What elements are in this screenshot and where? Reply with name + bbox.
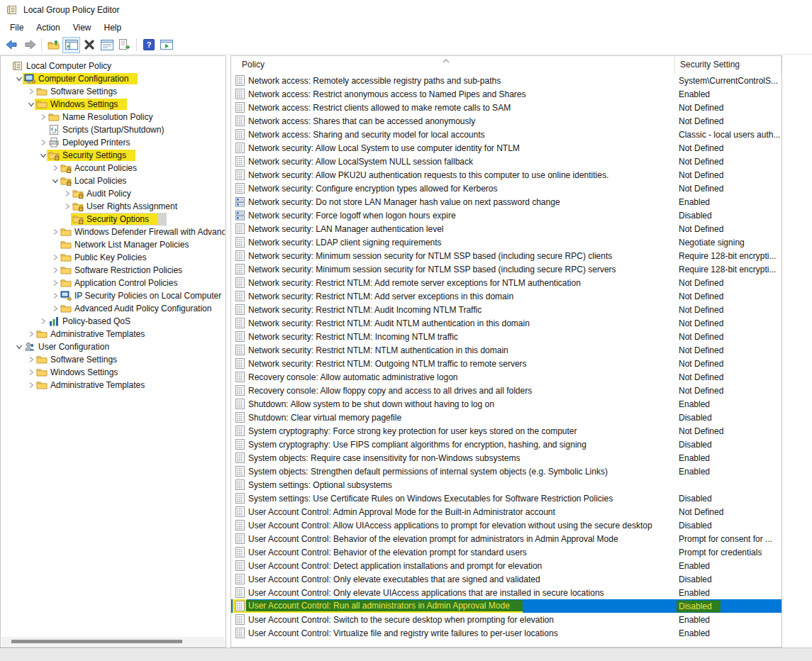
chevron-collapsed-icon[interactable] xyxy=(27,88,35,95)
scrollbar-thumb[interactable] xyxy=(11,640,182,643)
tree-item-user-rights-assignment[interactable]: User Rights Assignment xyxy=(1,200,225,213)
policy-row[interactable]: Network security: LDAP client signing re… xyxy=(231,235,782,249)
toolbar-back-button[interactable] xyxy=(3,37,21,53)
tree-item-local-computer-policy[interactable]: Local Computer Policy xyxy=(1,60,225,72)
policy-row[interactable]: System settings: Optional subsystems xyxy=(231,478,782,491)
chevron-collapsed-icon[interactable] xyxy=(51,228,59,235)
chevron-collapsed-icon[interactable] xyxy=(51,292,59,299)
column-divider[interactable] xyxy=(674,56,675,74)
policy-row[interactable]: Recovery console: Allow automatic admini… xyxy=(231,370,782,384)
chevron-collapsed-icon[interactable] xyxy=(27,330,35,338)
chevron-collapsed-icon[interactable] xyxy=(51,305,59,312)
policy-row[interactable]: User Account Control: Virtualize file an… xyxy=(231,626,782,640)
policy-row[interactable]: Network access: Restrict clients allowed… xyxy=(231,101,782,114)
policy-row[interactable]: User Account Control: Allow UIAccess app… xyxy=(231,518,782,532)
chevron-collapsed-icon[interactable] xyxy=(27,356,35,363)
policy-row[interactable]: Network security: Restrict NTLM: Add rem… xyxy=(231,276,782,289)
chevron-collapsed-icon[interactable] xyxy=(51,279,59,287)
menu-view[interactable]: View xyxy=(67,21,98,35)
policy-row[interactable]: Network security: Restrict NTLM: Incomin… xyxy=(231,330,782,343)
tree-item-security-settings[interactable]: Security Settings xyxy=(1,149,225,162)
policy-row[interactable]: Network security: Restrict NTLM: Audit N… xyxy=(231,316,782,330)
tree-item-user-configuration[interactable]: User Configuration xyxy=(1,340,225,353)
column-header-policy[interactable]: Policy xyxy=(242,60,265,70)
policy-row[interactable]: System cryptography: Force strong key pr… xyxy=(231,424,782,438)
policy-row[interactable]: Shutdown: Clear virtual memory pagefileD… xyxy=(231,411,782,424)
tree-item-application-control-policies[interactable]: Application Control Policies xyxy=(1,277,225,289)
policy-row[interactable]: Network access: Sharing and security mod… xyxy=(231,128,782,141)
chevron-collapsed-icon[interactable] xyxy=(39,318,47,325)
chevron-collapsed-icon[interactable] xyxy=(63,190,71,197)
policy-row[interactable]: Network security: Configure encryption t… xyxy=(231,182,782,195)
policy-row[interactable]: User Account Control: Detect application… xyxy=(231,559,782,572)
tree-item-account-policies[interactable]: Account Policies xyxy=(1,162,225,174)
chevron-collapsed-icon[interactable] xyxy=(39,139,47,146)
tree-item-computer-configuration[interactable]: Computer Configuration xyxy=(1,72,225,85)
policy-row[interactable]: Network security: Do not store LAN Manag… xyxy=(231,195,782,209)
toolbar-forward-button[interactable] xyxy=(21,37,38,53)
policy-row[interactable]: System cryptography: Use FIPS compliant … xyxy=(231,438,782,451)
policy-row[interactable]: Network security: Restrict NTLM: Outgoin… xyxy=(231,357,782,370)
chevron-collapsed-icon[interactable] xyxy=(27,382,35,389)
policy-row[interactable]: System settings: Use Certificate Rules o… xyxy=(231,491,782,505)
toolbar-export-list-button[interactable] xyxy=(116,37,133,53)
chevron-collapsed-icon[interactable] xyxy=(51,165,59,172)
tree-item-public-key-policies[interactable]: Public Key Policies xyxy=(1,251,225,264)
toolbar-delete-button[interactable] xyxy=(80,37,98,53)
tree-item-scripts-startup-shutdown[interactable]: Scripts (Startup/Shutdown) xyxy=(1,123,225,136)
toolbar-properties-button[interactable] xyxy=(98,37,116,53)
policy-row[interactable]: Network security: Allow PKU2U authentica… xyxy=(231,168,782,182)
policy-row[interactable]: Network security: Minimum session securi… xyxy=(231,249,782,262)
column-divider[interactable] xyxy=(781,56,782,74)
toolbar-up-folder-button[interactable] xyxy=(45,37,62,53)
tree-item-software-restriction-policies[interactable]: Software Restriction Policies xyxy=(1,264,225,277)
tree-item-network-list-manager-policies[interactable]: Network List Manager Policies xyxy=(1,238,225,251)
chevron-expanded-icon[interactable] xyxy=(27,101,35,108)
policy-row[interactable]: User Account Control: Only elevate UIAcc… xyxy=(231,586,782,599)
policy-row[interactable]: Recovery console: Allow floppy copy and … xyxy=(231,384,782,397)
toolbar-new-window-button[interactable] xyxy=(157,37,175,53)
chevron-collapsed-icon[interactable] xyxy=(51,254,59,261)
tree-item-windows-settings[interactable]: Windows Settings xyxy=(1,366,225,379)
policy-row[interactable]: Network security: Restrict NTLM: Add ser… xyxy=(231,289,782,303)
policy-row[interactable]: Network security: LAN Manager authentica… xyxy=(231,222,782,235)
menu-action[interactable]: Action xyxy=(30,21,66,35)
policy-row[interactable]: Network access: Shares that can be acces… xyxy=(231,114,782,128)
chevron-collapsed-icon[interactable] xyxy=(39,113,47,121)
tree-item-administrative-templates[interactable]: Administrative Templates xyxy=(1,328,225,340)
tree-item-security-options[interactable]: Security Options xyxy=(1,213,225,226)
toolbar-show-console-tree-button[interactable] xyxy=(62,37,80,53)
policy-row[interactable]: User Account Control: Only elevate execu… xyxy=(231,572,782,586)
policy-row[interactable]: Shutdown: Allow system to be shut down w… xyxy=(231,397,782,411)
tree-item-audit-policy[interactable]: Audit Policy xyxy=(1,187,225,200)
tree-item-software-settings[interactable]: Software Settings xyxy=(1,85,225,98)
chevron-expanded-icon[interactable] xyxy=(39,152,47,159)
policy-row[interactable]: Network security: Restrict NTLM: Audit I… xyxy=(231,303,782,316)
tree-item-administrative-templates[interactable]: Administrative Templates xyxy=(1,379,225,391)
chevron-collapsed-icon[interactable] xyxy=(27,369,35,376)
policy-row[interactable]: User Account Control: Behavior of the el… xyxy=(231,532,782,545)
policy-row[interactable]: Network access: Restrict anonymous acces… xyxy=(231,87,782,101)
policy-row[interactable]: Network security: Minimum session securi… xyxy=(231,262,782,276)
policy-row[interactable]: System objects: Require case insensitivi… xyxy=(231,451,782,465)
policy-row[interactable]: Network security: Allow Local System to … xyxy=(231,141,782,155)
chevron-expanded-icon[interactable] xyxy=(15,75,23,82)
menu-help[interactable]: Help xyxy=(98,21,128,35)
tree-item-windows-settings[interactable]: Windows Settings xyxy=(1,98,225,111)
policy-row[interactable]: Network security: Allow LocalSystem NULL… xyxy=(231,155,782,168)
horizontal-scrollbar[interactable] xyxy=(1,637,225,646)
tree-item-windows-defender-firewall-with-advance[interactable]: Windows Defender Firewall with Advance xyxy=(1,226,225,238)
policy-row[interactable]: System objects: Strengthen default permi… xyxy=(231,465,782,478)
policy-row[interactable]: Network security: Force logoff when logo… xyxy=(231,209,782,222)
menu-file[interactable]: File xyxy=(4,21,30,35)
policy-row[interactable]: User Account Control: Behavior of the el… xyxy=(231,545,782,559)
chevron-collapsed-icon[interactable] xyxy=(51,267,59,274)
chevron-collapsed-icon[interactable] xyxy=(63,203,71,210)
tree-item-deployed-printers[interactable]: Deployed Printers xyxy=(1,136,225,149)
policy-row[interactable]: User Account Control: Switch to the secu… xyxy=(231,613,782,626)
tree-item-software-settings[interactable]: Software Settings xyxy=(1,353,225,366)
tree-item-name-resolution-policy[interactable]: Name Resolution Policy xyxy=(1,111,225,123)
policy-row[interactable]: Network security: Restrict NTLM: NTLM au… xyxy=(231,343,782,357)
tree-item-advanced-audit-policy-configuration[interactable]: Advanced Audit Policy Configuration xyxy=(1,302,225,315)
policy-row[interactable]: User Account Control: Admin Approval Mod… xyxy=(231,505,782,518)
